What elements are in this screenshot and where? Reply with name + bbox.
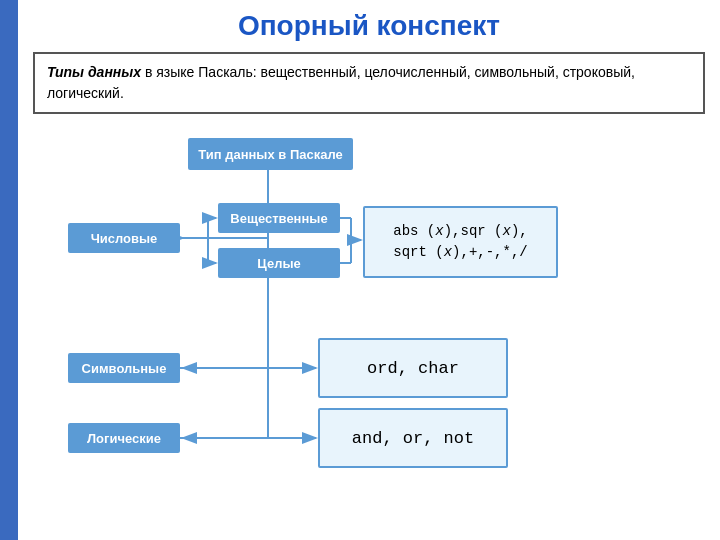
- info-box: Типы данных в языке Паскаль: вещественны…: [33, 52, 705, 114]
- simvolnye-node: Символьные: [68, 353, 180, 383]
- chislovye-node: Числовые: [68, 223, 180, 253]
- diagram: Тип данных в Паскале Числовые Вещественн…: [33, 128, 705, 488]
- root-node: Тип данных в Паскале: [188, 138, 353, 170]
- veshchestvennye-node: Вещественные: [218, 203, 340, 233]
- code-line-2: sqrt (x),+,-,*,/: [393, 242, 527, 263]
- code-box-and: and, or, not: [318, 408, 508, 468]
- code-box-math: abs (x),sqr (x), sqrt (x),+,-,*,/: [363, 206, 558, 278]
- page-title: Опорный конспект: [33, 10, 705, 42]
- info-bold-text: Типы данных: [47, 64, 141, 80]
- code-box-ord: ord, char: [318, 338, 508, 398]
- logicheskie-node: Логические: [68, 423, 180, 453]
- left-stripe: [0, 0, 18, 540]
- celye-node: Целые: [218, 248, 340, 278]
- code-line-1: abs (x),sqr (x),: [393, 221, 527, 242]
- main-content: Опорный конспект Типы данных в языке Пас…: [18, 0, 720, 540]
